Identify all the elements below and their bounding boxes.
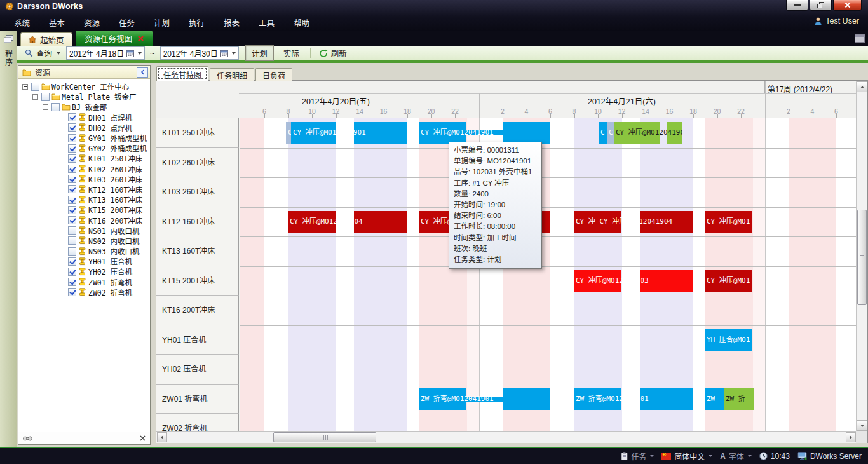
checkbox-kt01[interactable]: [68, 154, 76, 163]
gantt-task-bar-zw01[interactable]: ZW 折弯@MO12041901: [419, 388, 550, 410]
minimize-button[interactable]: [786, 0, 808, 11]
tab-start-page[interactable]: 起始页: [20, 32, 72, 46]
status-server[interactable]: DWorks Server: [797, 452, 862, 461]
tree-node-metal[interactable]: Metal Plate 钣金厂: [18, 92, 150, 102]
menu-item-8[interactable]: 帮助: [284, 14, 319, 31]
menu-item-5[interactable]: 执行: [179, 14, 214, 31]
panel-layout-icon[interactable]: [855, 34, 865, 45]
tree-node-kt15[interactable]: KT15 200T冲床: [18, 205, 150, 215]
checkbox-yh01[interactable]: [68, 257, 76, 266]
collapse-minus-icon[interactable]: [32, 94, 38, 100]
tree-node-bj[interactable]: BJ 钣金部: [18, 102, 150, 112]
gantt-task-bar-kt15[interactable]: CY 冲压@MO12041903: [574, 270, 693, 292]
tree-node-gy02[interactable]: GY02 外桶成型机: [18, 143, 150, 153]
checkbox-gy02[interactable]: [68, 144, 76, 153]
tab-daily-load[interactable]: 日负荷: [255, 68, 292, 81]
find-binoculars-icon[interactable]: [23, 435, 32, 442]
tree-node-zw01[interactable]: ZW01 折弯机: [18, 277, 150, 287]
vertical-scroll-thumb[interactable]: [857, 210, 867, 305]
tree-node-dh02[interactable]: DH02 点焊机: [18, 123, 150, 133]
tree-node-kt12[interactable]: KT12 160T冲床: [18, 184, 150, 194]
checkbox-dh01[interactable]: [68, 113, 76, 121]
horizontal-scroll-thumb[interactable]: [273, 432, 376, 442]
tree-node-yh02[interactable]: YH02 压合机: [18, 266, 150, 276]
checkbox-zw02[interactable]: [68, 288, 76, 296]
checkbox-kt03[interactable]: [68, 175, 76, 183]
checkbox-ns02[interactable]: [68, 236, 76, 245]
checkbox-gy01[interactable]: [68, 134, 76, 142]
status-font[interactable]: A 字体: [720, 451, 752, 461]
clear-filter-x-icon[interactable]: [140, 435, 146, 441]
gantt-task-bar-kt01[interactable]: CY 冲压@MO12041901: [419, 122, 550, 144]
checkbox-workcenter[interactable]: [31, 83, 39, 91]
tree-node-workcenter[interactable]: WorkCenter 工作中心: [18, 81, 150, 92]
checkbox-kt12[interactable]: [68, 185, 76, 193]
tree-node-yh01[interactable]: YH01 压合机: [18, 256, 150, 266]
checkbox-kt02[interactable]: [68, 165, 76, 173]
tree-node-dh01[interactable]: DH01 点焊机: [18, 113, 150, 123]
plan-toggle-button[interactable]: 计划: [245, 45, 274, 61]
tree-node-ns02[interactable]: NS02 内收口机: [18, 236, 150, 246]
restore-button[interactable]: [810, 0, 832, 11]
menu-item-4[interactable]: 计划: [144, 14, 179, 31]
checkbox-metal[interactable]: [41, 93, 50, 101]
query-button[interactable]: 查询: [22, 46, 64, 60]
scroll-up-button[interactable]: [857, 81, 867, 92]
gantt-task-bar-zw01[interactable]: ZW: [705, 388, 724, 410]
gantt-task-bar-zw01[interactable]: ZW 折: [724, 388, 754, 410]
gantt-task-bar-yh01[interactable]: YH 压合@MO1: [705, 329, 752, 351]
checkbox-zw01[interactable]: [68, 278, 76, 286]
menu-item-3[interactable]: 任务: [109, 14, 144, 31]
scroll-down-button[interactable]: [857, 420, 867, 431]
checkbox-yh02[interactable]: [68, 268, 76, 276]
checkbox-ns03[interactable]: [68, 247, 76, 256]
checkbox-kt13[interactable]: [68, 196, 76, 204]
tree-node-ns01[interactable]: NS01 内收口机: [18, 226, 150, 236]
status-language[interactable]: 简体中文: [661, 451, 712, 461]
tree-node-kt16[interactable]: KT16 200T冲床: [18, 215, 150, 225]
gantt-task-bar-kt01[interactable]: C: [599, 122, 607, 144]
tree-node-kt01[interactable]: KT01 250T冲床: [18, 153, 150, 163]
checkbox-kt16[interactable]: [68, 216, 76, 224]
horizontal-scrollbar[interactable]: [156, 431, 857, 443]
date-to-field[interactable]: 2012年 4月30日: [160, 46, 239, 60]
gantt-task-bar-kt01[interactable]: C: [607, 122, 614, 144]
date-from-field[interactable]: 2012年 4月18日: [66, 46, 145, 60]
status-task-menu[interactable]: 任务: [621, 451, 654, 461]
checkbox-bj[interactable]: [51, 103, 60, 111]
tree-node-kt02[interactable]: KT02 260T冲床: [18, 164, 150, 174]
tree-node-ns03[interactable]: NS03 内收口机: [18, 246, 150, 256]
tab-resource-task-view[interactable]: 资源任务视图: [76, 31, 153, 46]
gantt-task-bar-kt01[interactable]: CY 冲压@MO12041901: [291, 122, 407, 144]
vertical-scrollbar[interactable]: [856, 81, 867, 431]
gantt-task-bar-kt01[interactable]: C: [286, 122, 291, 144]
checkbox-kt15[interactable]: [68, 206, 76, 214]
gantt-task-bar-kt12[interactable]: CY 冲压@MO1: [705, 211, 752, 233]
collapse-minus-icon[interactable]: [43, 104, 48, 110]
chevron-down-icon[interactable]: [57, 52, 60, 55]
gantt-task-bar-kt12[interactable]: CY 冲压@MO12041904: [288, 211, 407, 233]
menu-item-0[interactable]: 系统: [4, 14, 39, 31]
menu-item-7[interactable]: 工具: [249, 14, 284, 31]
gantt-task-bar-kt15[interactable]: CY 冲压@MO1: [705, 270, 752, 292]
current-user[interactable]: Test User: [814, 17, 859, 25]
menu-item-2[interactable]: 资源: [74, 14, 109, 31]
tab-task-gantt[interactable]: 任务甘特图: [156, 66, 208, 81]
collapsed-program-panel[interactable]: 程序: [0, 31, 17, 447]
chevron-down-icon[interactable]: [232, 52, 236, 55]
actual-toggle-button[interactable]: 实际: [278, 46, 305, 60]
calendar-icon[interactable]: [126, 50, 134, 57]
gantt-task-bar-kt12[interactable]: CY 冲 CY 冲压@MO12041904: [574, 211, 693, 233]
refresh-button[interactable]: 刷新: [316, 46, 350, 60]
tab-task-detail[interactable]: 任务明细: [210, 68, 254, 81]
checkbox-dh02[interactable]: [68, 123, 76, 132]
scroll-left-button[interactable]: [157, 432, 167, 442]
close-button[interactable]: [833, 0, 862, 11]
scroll-right-button[interactable]: [846, 432, 856, 442]
tree-node-gy01[interactable]: GY01 外桶成型机: [18, 133, 150, 143]
tree-node-kt03[interactable]: KT03 260T冲床: [18, 174, 150, 184]
gantt-task-bar-kt01[interactable]: CY 冲压@MO12041902: [614, 122, 682, 144]
close-tab-icon[interactable]: [138, 36, 144, 41]
collapse-minus-icon[interactable]: [22, 84, 28, 90]
gantt-task-bar-zw01[interactable]: ZW 折弯@MO12041901: [574, 388, 693, 410]
